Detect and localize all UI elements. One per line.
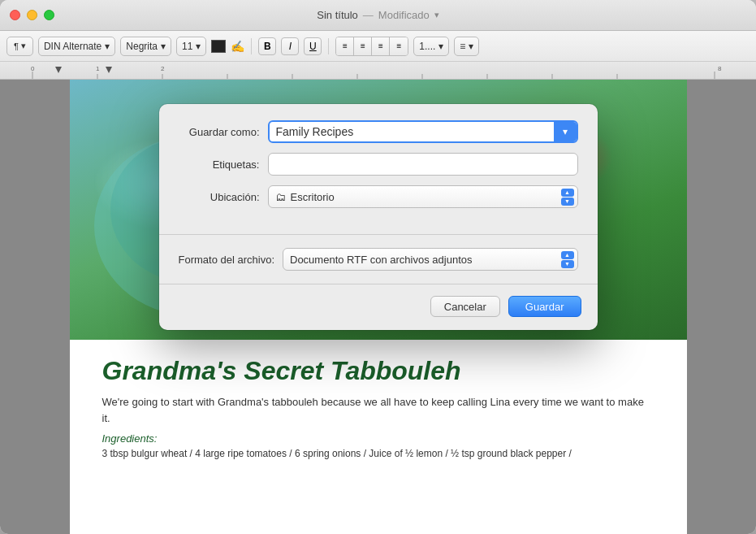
dialog-overlay: Guardar como: ▾ Etiquetas: Ubicación: — [0, 80, 756, 534]
text-color-box[interactable] — [211, 40, 226, 53]
list-style-label: 1.... — [419, 41, 435, 52]
font-size-chevron: ▾ — [196, 41, 201, 52]
format-up-button[interactable]: ▲ — [561, 251, 574, 259]
svg-marker-15 — [55, 67, 62, 73]
document-area: Grandma's Secret Tabbouleh We're going t… — [0, 80, 756, 534]
bullet-list-chevron: ▾ — [469, 41, 473, 52]
filename-expand-button[interactable]: ▾ — [554, 122, 577, 141]
location-down-button[interactable]: ▼ — [561, 198, 574, 206]
svg-text:1: 1 — [96, 65, 100, 72]
window-title: Sin título — Modificado ▾ — [317, 9, 438, 21]
format-value: Documento RTF con archivos adjuntos — [290, 254, 472, 266]
svg-marker-16 — [106, 67, 112, 73]
title-chevron[interactable]: ▾ — [434, 10, 439, 20]
align-center-button[interactable]: ≡ — [354, 37, 372, 55]
bullet-list-label: ≡ — [460, 41, 465, 52]
italic-button[interactable]: I — [281, 37, 299, 55]
traffic-lights — [10, 10, 54, 20]
list-style-select[interactable]: 1.... ▾ — [413, 37, 449, 56]
dialog-separator-2 — [159, 284, 598, 284]
title-bar: Sin título — Modificado ▾ — [0, 0, 756, 31]
divider-1 — [251, 38, 252, 54]
paragraph-button[interactable]: ¶ ▾ — [6, 37, 33, 56]
title-separator: — — [363, 9, 374, 21]
toolbar: ¶ ▾ DIN Alternate ▾ Negrita ▾ 11 ▾ ✍ B I… — [0, 31, 756, 62]
italic-label: I — [289, 41, 292, 52]
tags-label: Etiquetas: — [179, 158, 268, 171]
location-stepper[interactable]: ▲ ▼ — [561, 189, 574, 206]
app-window: Sin título — Modificado ▾ ¶ ▾ DIN Altern… — [0, 0, 756, 534]
highlight-color-icon[interactable]: ✍ — [231, 40, 244, 53]
document-name: Sin título — [317, 9, 358, 21]
filename-label: Guardar como: — [179, 126, 268, 138]
font-size-select[interactable]: 11 ▾ — [176, 37, 206, 56]
svg-text:0: 0 — [31, 65, 35, 72]
font-weight-label: Negrita — [126, 41, 158, 52]
save-dialog: Guardar como: ▾ Etiquetas: Ubicación: — [159, 104, 598, 330]
alignment-group: ≡ ≡ ≡ ≡ — [335, 37, 408, 56]
filename-row: Guardar como: ▾ — [179, 120, 578, 143]
align-justify-button[interactable]: ≡ — [390, 37, 408, 55]
font-name-label: DIN Alternate — [44, 41, 102, 52]
format-row: Formato del archivo: Documento RTF con a… — [159, 238, 598, 280]
location-up-button[interactable]: ▲ — [561, 189, 574, 197]
filename-input[interactable] — [270, 122, 554, 141]
location-row: Ubicación: 🗂 Escritorio ▲ ▼ — [179, 185, 578, 208]
font-name-select[interactable]: DIN Alternate ▾ — [38, 37, 115, 56]
filename-input-wrapper: ▾ — [268, 120, 578, 143]
dialog-body: Guardar como: ▾ Etiquetas: Ubicación: — [159, 104, 598, 231]
svg-text:8: 8 — [718, 65, 722, 72]
tags-input[interactable] — [268, 153, 578, 176]
underline-button[interactable]: U — [304, 37, 322, 55]
paragraph-chevron: ▾ — [21, 41, 26, 51]
bold-label: B — [264, 41, 271, 52]
ruler-svg: 0 1 2 8 — [0, 62, 756, 80]
location-folder-icon: 🗂 — [275, 191, 286, 203]
modified-label: Modificado — [378, 9, 430, 21]
cancel-button[interactable]: Cancelar — [430, 296, 500, 317]
paragraph-icon: ¶ — [14, 41, 19, 51]
font-weight-chevron: ▾ — [161, 41, 166, 52]
font-name-chevron: ▾ — [105, 41, 110, 52]
maximize-button[interactable] — [44, 10, 54, 20]
bullet-list-select[interactable]: ≡ ▾ — [454, 37, 479, 56]
dialog-separator-1 — [159, 234, 598, 235]
underline-label: U — [309, 41, 317, 52]
bold-button[interactable]: B — [258, 37, 276, 55]
align-left-button[interactable]: ≡ — [336, 37, 354, 55]
divider-2 — [328, 38, 329, 54]
format-stepper[interactable]: ▲ ▼ — [561, 251, 574, 268]
format-select[interactable]: Documento RTF con archivos adjuntos ▲ ▼ — [283, 248, 578, 271]
location-label: Ubicación: — [179, 191, 268, 203]
align-right-button[interactable]: ≡ — [372, 37, 390, 55]
close-button[interactable] — [10, 10, 20, 20]
location-select[interactable]: 🗂 Escritorio ▲ ▼ — [268, 185, 578, 208]
format-down-button[interactable]: ▼ — [561, 260, 574, 268]
format-label: Formato del archivo: — [179, 254, 275, 266]
dialog-buttons: Cancelar Guardar — [159, 288, 598, 330]
save-button[interactable]: Guardar — [508, 296, 581, 317]
ruler: 0 1 2 8 — [0, 62, 756, 80]
list-style-chevron: ▾ — [438, 41, 443, 52]
tags-row: Etiquetas: — [179, 153, 578, 176]
location-value: Escritorio — [291, 191, 335, 203]
font-weight-select[interactable]: Negrita ▾ — [120, 37, 171, 56]
svg-text:2: 2 — [161, 65, 165, 72]
minimize-button[interactable] — [27, 10, 37, 20]
font-size-label: 11 — [182, 41, 192, 52]
